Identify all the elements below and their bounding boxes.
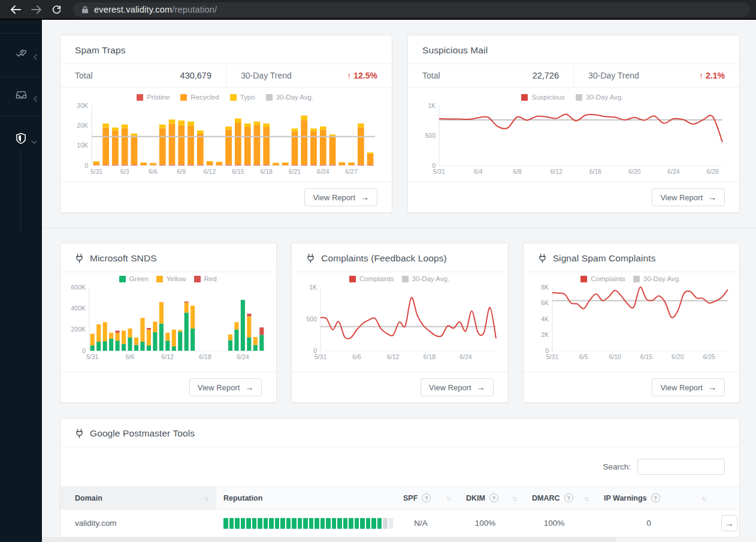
trend-value: 2.1%: [706, 71, 725, 80]
help-icon[interactable]: ?: [564, 493, 573, 502]
svg-text:6/20: 6/20: [672, 353, 684, 360]
svg-text:5/31: 5/31: [433, 168, 446, 175]
trend-label: 30-Day Trend: [241, 71, 292, 80]
suspicious-mail-trend-stat: 30-Day Trend ↑2.1%: [573, 64, 739, 87]
svg-text:20K: 20K: [77, 122, 88, 129]
browser-toolbar: everest.validity.com/reputation/: [0, 0, 756, 20]
svg-text:6/6: 6/6: [149, 168, 158, 175]
microsoft-snds-card: Microsoft SNDS GreenYellowRed 0200K400K6…: [60, 243, 277, 403]
sort-icon[interactable]: ↑↓: [446, 495, 452, 502]
svg-text:1K: 1K: [309, 284, 317, 291]
svg-text:500: 500: [425, 132, 436, 139]
svg-text:6/18: 6/18: [199, 353, 211, 360]
help-icon[interactable]: ?: [489, 493, 498, 502]
svg-text:6/18: 6/18: [260, 168, 273, 175]
view-report-button[interactable]: View Report→: [421, 378, 494, 396]
svg-text:6/18: 6/18: [424, 353, 436, 360]
svg-text:6/12: 6/12: [162, 353, 174, 360]
search-label: Search:: [603, 462, 631, 471]
microsoft-snds-chart: 0200K400K600K5/316/66/126/186/24: [68, 284, 268, 363]
refresh-icon: [52, 4, 62, 14]
dmarc-cell: 100%: [525, 510, 597, 537]
arrow-right-icon: →: [708, 192, 716, 202]
clipped-next-row: [42, 537, 756, 542]
suspicious-mail-total-stat: Total 22,726: [408, 64, 573, 87]
view-report-button[interactable]: View Report→: [304, 188, 377, 206]
chevron-down-icon: [31, 136, 38, 147]
lock-icon: [81, 5, 89, 14]
view-report-button[interactable]: View Report→: [652, 378, 725, 396]
spf-cell: N/A: [396, 510, 459, 537]
svg-text:8K: 8K: [541, 284, 549, 291]
spam-traps-legend: PristineRecycledTypo30-Day Avg.: [70, 94, 380, 101]
legend-item: 30-Day Avg.: [266, 94, 313, 101]
trend-up-arrow-icon: ↑: [699, 71, 703, 80]
plug-icon: [75, 429, 84, 439]
microsoft-snds-title: Microsoft SNDS: [90, 253, 157, 264]
chevron-left-icon: [33, 52, 38, 63]
sidebar-divider: [0, 116, 42, 116]
svg-text:5/31: 5/31: [546, 353, 558, 360]
svg-text:6K: 6K: [541, 299, 549, 306]
trend-up-arrow-icon: ↑: [347, 71, 351, 80]
legend-item: Typo: [230, 94, 255, 101]
svg-text:1K: 1K: [428, 103, 436, 109]
svg-text:6/15: 6/15: [640, 353, 652, 360]
suspicious-mail-legend: Suspicious30-Day Avg.: [418, 94, 727, 101]
legend-item: Green: [119, 275, 149, 282]
url-address-bar[interactable]: everest.validity.com/reputation/: [73, 2, 750, 17]
search-input[interactable]: [637, 459, 725, 475]
inbox-icon: [16, 90, 27, 102]
sort-icon[interactable]: ↑↓: [204, 495, 209, 502]
sidebar-item-reputation[interactable]: [0, 131, 42, 152]
complaints-title: Complaints (Feedback Loops): [321, 253, 446, 264]
row-detail-button[interactable]: →: [721, 515, 737, 531]
ip-warnings-cell: 0: [597, 510, 714, 537]
back-button[interactable]: [7, 2, 24, 17]
svg-text:6/4: 6/4: [474, 168, 483, 175]
plug-icon: [306, 254, 315, 264]
column-header-domain: Domain: [75, 494, 102, 502]
spam-traps-trend-stat: 30-Day Trend ↑12.5%: [226, 64, 392, 87]
google-postmaster-card: Google Postmaster Tools Search: Domain↑↓…: [60, 418, 740, 542]
sidebar-tree-line: [20, 149, 21, 233]
sort-icon[interactable]: ↑↓: [701, 495, 707, 502]
svg-text:6/24: 6/24: [317, 168, 329, 175]
plug-icon: [538, 254, 547, 264]
svg-text:0: 0: [82, 347, 86, 354]
main-content: Spam Traps Total 430,679 30-Day Trend ↑1…: [42, 20, 756, 542]
spam-traps-total-stat: Total 430,679: [61, 64, 226, 87]
spam-traps-chart: 010K20K30K5/316/36/66/96/126/156/186/216…: [70, 103, 380, 178]
view-report-button[interactable]: View Report→: [189, 378, 262, 396]
url-text: everest.validity.com/reputation/: [94, 5, 217, 14]
svg-text:6/28: 6/28: [706, 168, 719, 175]
postmaster-table: Domain↑↓ Reputation SPF?↑↓ DKIM?↑↓ DMARC…: [61, 486, 739, 537]
spam-traps-title: Spam Traps: [75, 45, 126, 56]
spam-traps-card: Spam Traps Total 430,679 30-Day Trend ↑1…: [60, 35, 392, 213]
sort-icon[interactable]: ↑↓: [584, 495, 589, 502]
google-postmaster-title: Google Postmaster Tools: [90, 428, 195, 439]
svg-text:5/31: 5/31: [90, 168, 103, 175]
help-icon[interactable]: ?: [651, 493, 660, 502]
column-header-spf: SPF: [403, 494, 418, 502]
svg-text:6/24: 6/24: [460, 353, 473, 360]
view-report-button[interactable]: View Report→: [652, 188, 725, 206]
svg-text:6/5: 6/5: [579, 353, 588, 360]
arrow-right-icon: →: [477, 383, 485, 392]
back-arrow-icon: [10, 5, 22, 14]
forward-button[interactable]: [28, 2, 44, 17]
svg-text:6/8: 6/8: [513, 168, 522, 175]
svg-text:6/12: 6/12: [551, 168, 563, 175]
svg-text:2K: 2K: [541, 331, 549, 338]
svg-text:0: 0: [84, 162, 88, 169]
app-window: everest.validity.com/reputation/: [0, 0, 756, 542]
refresh-button[interactable]: [48, 2, 65, 17]
total-label: Total: [422, 71, 440, 80]
total-value: 22,726: [533, 71, 559, 80]
sort-icon[interactable]: ↑↓: [512, 495, 518, 502]
sidebar-item-validation[interactable]: [0, 46, 42, 67]
sidebar-divider: [0, 33, 42, 34]
sidebar-item-inbox[interactable]: [0, 88, 42, 109]
help-icon[interactable]: ?: [422, 493, 431, 502]
arrow-right-icon: →: [708, 383, 716, 392]
